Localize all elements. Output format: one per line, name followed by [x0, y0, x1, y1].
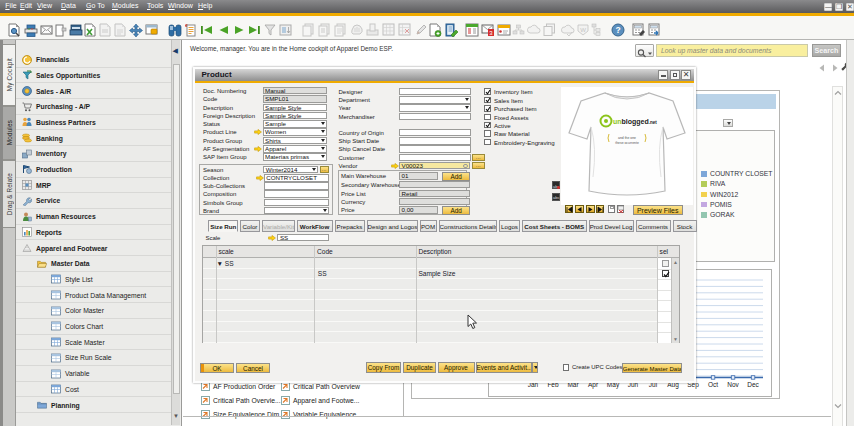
- svg-text:Dec: Dec: [747, 381, 759, 388]
- svg-text:and the one: and the one: [618, 136, 636, 140]
- svg-text:these ocurrente: these ocurrente: [615, 141, 639, 145]
- svg-text:unblogged.net: unblogged.net: [613, 118, 657, 126]
- svg-text:Oct: Oct: [708, 381, 718, 388]
- svg-text:W: W: [580, 27, 586, 33]
- svg-text:Nov: Nov: [727, 381, 739, 388]
- svg-text:?: ?: [615, 24, 620, 34]
